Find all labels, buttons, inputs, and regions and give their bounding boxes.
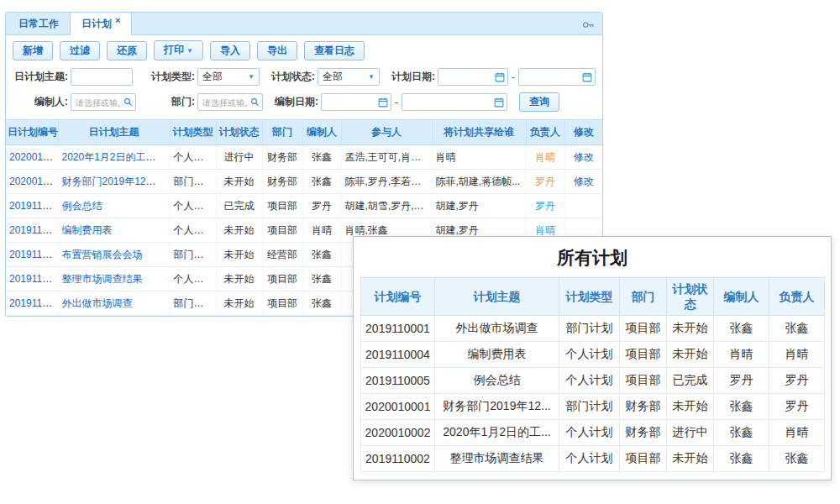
cell-dept: 经营部: [262, 243, 302, 267]
plan-status-label: 计划状态:: [260, 70, 315, 84]
plan-id-link[interactable]: 2019110005: [9, 200, 58, 212]
column-header: 负责人: [769, 278, 825, 316]
cell-owner: 罗丹: [769, 368, 825, 394]
view-log-button[interactable]: 查看日志: [304, 41, 365, 60]
dept-input-box: [197, 93, 263, 111]
table-row[interactable]: 2019110005 例会总结 个人计划 项目部 已完成 罗丹 罗丹: [361, 368, 825, 394]
plan-id-link[interactable]: 2020010001: [9, 176, 58, 187]
query-button[interactable]: 查询: [519, 92, 559, 112]
owner-link[interactable]: 罗丹: [535, 200, 555, 212]
column-header[interactable]: 修改: [564, 120, 602, 145]
column-header[interactable]: 计划状态: [216, 120, 262, 145]
owner-link[interactable]: 肖晴: [535, 224, 555, 236]
plan-date-start-input[interactable]: [441, 71, 493, 83]
column-header[interactable]: 参与人: [341, 120, 432, 145]
all-plans-panel: 所有计划 计划编号 计划主题 计划类型 部门 计划状态 编制人 负责人 2019…: [353, 236, 832, 480]
plan-id-link[interactable]: 2020010002: [9, 151, 58, 163]
cell-plan-status: 未开始: [216, 218, 262, 243]
tab-daily-plan[interactable]: 日计划×: [70, 12, 132, 35]
make-date-end-input[interactable]: [405, 97, 492, 108]
all-plans-table: 计划编号 计划主题 计划类型 部门 计划状态 编制人 负责人 201911000…: [360, 277, 825, 472]
subject-input[interactable]: [74, 71, 129, 83]
cell-dept: 项目部: [620, 316, 667, 342]
table-row[interactable]: 2019110001 外出做市场调查 部门计划 项目部 未开始 张鑫 张鑫: [361, 316, 825, 342]
plan-id-link[interactable]: 2019110001: [9, 297, 58, 309]
add-button[interactable]: 新增: [13, 41, 53, 60]
column-header: 部门: [620, 278, 667, 316]
plan-id-link[interactable]: 2019110003: [9, 249, 58, 260]
plan-status-select[interactable]: 全部▼: [318, 68, 380, 86]
subject-link[interactable]: 编制费用表: [62, 224, 113, 236]
subject-link[interactable]: 外出做市场调查: [62, 297, 133, 309]
subject-link[interactable]: 财务部门2019年12月的...: [62, 176, 171, 187]
calendar-icon[interactable]: [378, 97, 388, 108]
plan-date-end-input[interactable]: [522, 71, 580, 83]
cell-author: 张鑫: [302, 170, 341, 194]
import-button[interactable]: 导入: [210, 41, 250, 60]
cell-plan-type: 个人计划: [559, 446, 620, 472]
subject-link[interactable]: 布置营销展会会场: [62, 249, 143, 260]
calendar-icon[interactable]: [495, 72, 505, 82]
subject-link[interactable]: 2020年1月2日的工作日...: [62, 151, 171, 163]
modify-link[interactable]: 修改: [574, 151, 594, 163]
cell-plan-type: 部门计划: [170, 170, 216, 194]
dept-input[interactable]: [201, 97, 249, 108]
calendar-icon[interactable]: [582, 72, 592, 82]
tab-daily-work[interactable]: 日常工作: [8, 13, 70, 34]
plan-id-link[interactable]: 2019110004: [9, 224, 58, 236]
cell-dept: 项目部: [620, 446, 667, 472]
cell-plan-type: 个人计划: [559, 368, 620, 394]
column-header[interactable]: 部门: [262, 120, 302, 145]
print-button[interactable]: 打印▼: [154, 40, 203, 60]
column-header: 计划状态: [667, 278, 714, 316]
close-icon[interactable]: ×: [115, 15, 120, 25]
cell-subject: 例会总结: [435, 368, 559, 394]
search-icon[interactable]: [123, 97, 133, 107]
author-input[interactable]: [74, 97, 122, 108]
cell-dept: 项目部: [262, 291, 302, 316]
column-header[interactable]: 日计划编号: [6, 120, 58, 145]
plan-id-link[interactable]: 2019110002: [9, 273, 58, 285]
table-row[interactable]: 2019110002 整理市场调查结果 个人计划 项目部 未开始 张鑫 张鑫: [361, 446, 825, 472]
modify-link[interactable]: 修改: [574, 176, 594, 187]
column-header[interactable]: 计划类型: [170, 120, 216, 145]
table-row[interactable]: 2020010002 2020年1月2日的工作日... 个人计划 进行中 财务部…: [6, 145, 602, 170]
table-row[interactable]: 2020010002 2020年1月2日的工... 个人计划 财务部 进行中 张…: [361, 420, 825, 446]
plan-date-start-box: [438, 68, 508, 86]
restore-button[interactable]: 还原: [107, 41, 147, 60]
calendar-icon[interactable]: [494, 97, 504, 108]
filter-row-1: 日计划主题: 计划类型: 全部▼ 计划状态: 全部▼ 计划日期: -: [6, 65, 602, 89]
table-row[interactable]: 2020010001 财务部门2019年12... 部门计划 财务部 未开始 张…: [361, 394, 825, 420]
cell-plan-type: 部门计划: [170, 243, 216, 267]
cell-participants: 孟浩,王可可,肖晴,张鑫: [341, 145, 432, 170]
column-header[interactable]: 负责人: [526, 120, 564, 145]
cell-share: 胡建,罗丹: [432, 194, 526, 218]
search-icon[interactable]: [250, 97, 260, 107]
owner-link[interactable]: 罗丹: [535, 176, 555, 187]
make-date-start-input[interactable]: [324, 97, 376, 108]
cell-participants: 胡建,胡雪,罗丹,任晓...: [341, 194, 432, 218]
key-icon[interactable]: [582, 18, 595, 31]
cell-owner: 张鑫: [769, 446, 825, 472]
cell-plan-id: 2019110001: [361, 316, 435, 342]
cell-plan-type: 部门计划: [559, 394, 620, 420]
filter-button[interactable]: 过滤: [60, 41, 100, 60]
column-header[interactable]: 将计划共享给谁: [432, 120, 526, 145]
owner-link[interactable]: 肖晴: [535, 151, 555, 163]
table-row[interactable]: 2019110005 例会总结 个人计划 已完成 项目部 罗丹 胡建,胡雪,罗丹…: [6, 194, 602, 218]
cell-dept: 财务部: [620, 420, 667, 446]
column-header[interactable]: 编制人: [302, 120, 341, 145]
column-header[interactable]: 日计划主题: [58, 120, 170, 145]
export-button[interactable]: 导出: [257, 41, 297, 60]
subject-link[interactable]: 例会总结: [62, 200, 102, 212]
plan-type-select[interactable]: 全部▼: [197, 68, 260, 86]
table-row[interactable]: 2019110004 编制费用表 个人计划 项目部 未开始 肖晴 肖晴: [361, 342, 825, 368]
cell-plan-status: 未开始: [216, 267, 262, 291]
caret-down-icon: ▼: [368, 73, 375, 81]
table-row[interactable]: 2020010001 财务部门2019年12月的... 部门计划 未开始 财务部…: [6, 170, 602, 194]
cell-owner: 肖晴: [769, 342, 825, 368]
subject-link[interactable]: 整理市场调查结果: [62, 273, 143, 285]
header-row: 日计划编号 日计划主题 计划类型 计划状态 部门 编制人 参与人 将计划共享给谁…: [6, 120, 602, 145]
cell-plan-status: 进行中: [667, 420, 714, 446]
cell-plan-status: 未开始: [216, 170, 262, 194]
